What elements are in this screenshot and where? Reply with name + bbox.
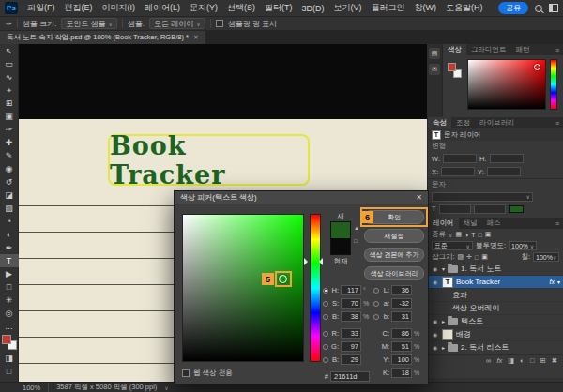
panel-foreground-swatch[interactable] <box>448 63 456 71</box>
sample-size-dropdown[interactable]: 포인트 샘플 ∨ <box>61 18 117 29</box>
dodge-tool[interactable]: ◐ <box>0 228 19 241</box>
layer-row-group-1[interactable]: ◉ ▾ 1. 독서 노트 <box>428 263 563 276</box>
hue-slider[interactable] <box>310 214 321 362</box>
b-radio[interactable] <box>323 314 328 320</box>
font-size-field[interactable] <box>439 204 471 214</box>
tab-adjustments[interactable]: 조정 <box>451 117 475 128</box>
tab-layers[interactable]: 레이어 <box>428 218 459 229</box>
history-brush-tool[interactable]: ↺ <box>0 175 19 188</box>
layer-row-color-overlay[interactable]: ◉ 색상 오버레이 <box>428 302 563 315</box>
share-button[interactable]: 공유 <box>498 2 528 14</box>
new-group-icon[interactable]: □ <box>530 356 535 365</box>
reset-button[interactable]: 재설정 <box>364 229 424 243</box>
menu-view[interactable]: 보기(V) <box>329 2 367 14</box>
type-tool[interactable]: T <box>0 254 19 267</box>
dialog-title-bar[interactable]: 색상 피커(텍스트 색상) ✕ <box>175 191 428 204</box>
menu-layer[interactable]: 레이어(L) <box>140 2 185 14</box>
screen-mode-icon[interactable]: □ <box>0 365 19 378</box>
menu-type[interactable]: 문자(Y) <box>185 2 222 14</box>
menu-plugins[interactable]: 플러그인 <box>367 2 410 14</box>
layer-row-book-tracker[interactable]: ◉ T Book Tracker fx ▾ <box>428 276 563 289</box>
pen-tool[interactable]: ✒ <box>0 241 19 254</box>
eye-icon[interactable]: ◉ <box>431 318 439 324</box>
y-field[interactable] <box>487 167 521 176</box>
crop-tool[interactable]: ⊞ <box>0 97 19 110</box>
opacity-field[interactable]: 100%∨ <box>509 241 537 250</box>
delete-layer-icon[interactable]: ✖ <box>552 356 557 365</box>
menu-3d[interactable]: 3D(D) <box>297 4 329 13</box>
a-radio[interactable] <box>373 301 379 307</box>
filter-type-icon[interactable]: T <box>471 232 475 238</box>
filter-adjustment-icon[interactable]: ◑ <box>464 232 468 238</box>
lab-b-field[interactable]: 31 <box>391 311 412 322</box>
gamut-warning-icon[interactable]: ▲ <box>354 225 359 231</box>
l-field[interactable]: 36 <box>391 285 412 295</box>
path-selection-tool[interactable]: ▶ <box>0 267 19 280</box>
eye-icon[interactable]: ◉ <box>431 265 439 272</box>
b-field[interactable]: 38 <box>341 311 361 322</box>
text-color-swatch[interactable] <box>509 205 524 213</box>
libraries-panel-icon[interactable]: ▤ <box>429 48 440 59</box>
marquee-tool[interactable]: ▭ <box>0 57 19 70</box>
tab-channels[interactable]: 채널 <box>459 218 482 229</box>
panel-menu-icon[interactable]: ≡ <box>552 120 563 127</box>
width-field[interactable] <box>443 154 477 163</box>
document-tab[interactable]: 독서 노트 속지 작업.psd @ 100% (Book Tracker, RG… <box>0 31 205 44</box>
tab-properties[interactable]: 속성 <box>428 117 451 128</box>
new-layer-icon[interactable]: ⊞ <box>540 356 545 365</box>
hex-field[interactable]: 21611d <box>330 371 370 382</box>
layer-row-background[interactable]: ◉ 배경 <box>428 328 563 341</box>
layer-thumbnail[interactable] <box>442 329 453 340</box>
object-selection-tool[interactable]: ⌖ <box>0 83 19 97</box>
tab-paths[interactable]: 패스 <box>482 218 506 229</box>
filter-smart-object-icon[interactable]: ▣ <box>485 231 492 238</box>
menu-image[interactable]: 이미지(I) <box>98 2 141 14</box>
fill-field[interactable]: 100%∨ <box>533 252 559 262</box>
current-color-swatch[interactable] <box>330 238 351 255</box>
panel-menu-icon[interactable]: ≡ <box>552 220 563 227</box>
shape-tool[interactable]: □ <box>0 280 19 294</box>
layer-mask-icon[interactable]: ◨ <box>508 356 514 365</box>
font-family-dropdown[interactable]: ∨ <box>432 192 533 202</box>
c-field[interactable]: 86 <box>391 328 412 339</box>
frame-tool[interactable]: ▣ <box>0 110 19 123</box>
layer-style-icon[interactable]: fx <box>496 356 502 365</box>
menu-window[interactable]: 창(W) <box>410 2 442 14</box>
lasso-tool[interactable]: ∿ <box>0 70 19 83</box>
edit-toolbar-icon[interactable]: … <box>0 320 19 333</box>
height-field[interactable] <box>490 154 524 163</box>
zoom-tool[interactable]: ◎ <box>0 307 19 320</box>
expand-chevron-icon[interactable]: ▸ <box>442 344 445 351</box>
layer-row-group-2[interactable]: ◉ ▸ 2. 독서 리스트 <box>428 341 563 354</box>
leading-field[interactable] <box>474 204 506 214</box>
foreground-background-swatches[interactable] <box>2 335 17 350</box>
web-color-warning-icon[interactable]: □ <box>354 238 358 244</box>
blur-tool[interactable]: ◔ <box>0 215 19 228</box>
show-sampling-ring-checkbox[interactable] <box>216 20 223 27</box>
g-field[interactable]: 97 <box>341 341 361 352</box>
b2-radio[interactable] <box>323 357 328 363</box>
tab-gradient[interactable]: 그라디언트 <box>466 44 511 55</box>
document-size-info[interactable]: 3587 픽셀 x 5080 픽셀 (300 ppi) <box>56 383 157 392</box>
s-radio[interactable] <box>323 301 328 307</box>
foreground-color-swatch[interactable] <box>2 335 11 344</box>
h-radio[interactable] <box>323 288 328 294</box>
panel-menu-icon[interactable]: ≡ <box>552 47 563 53</box>
eye-icon[interactable]: ◉ <box>431 344 439 351</box>
h-field[interactable]: 117 <box>341 285 361 295</box>
eye-icon[interactable]: ◉ <box>431 279 439 285</box>
clone-stamp-tool[interactable]: ◉ <box>0 162 19 175</box>
brush-tool[interactable]: ✎ <box>0 149 19 162</box>
fx-badge[interactable]: fx <box>550 279 555 285</box>
l-radio[interactable] <box>373 288 379 294</box>
sample-dropdown[interactable]: 모든 레이어 ∨ <box>149 18 205 29</box>
expand-chevron-icon[interactable]: ▸ <box>442 318 445 324</box>
eraser-tool[interactable]: ◪ <box>0 188 19 202</box>
color-panel-field[interactable] <box>467 59 546 110</box>
m-field[interactable]: 51 <box>391 341 412 352</box>
collapse-effects-chevron-icon[interactable]: ▾ <box>557 279 560 285</box>
hue-slider-arrow-left[interactable] <box>304 258 312 265</box>
lock-position-icon[interactable]: ✛ <box>466 253 472 261</box>
b2-field[interactable]: 29 <box>341 354 361 365</box>
quick-mask-icon[interactable]: ◨ <box>0 352 19 365</box>
